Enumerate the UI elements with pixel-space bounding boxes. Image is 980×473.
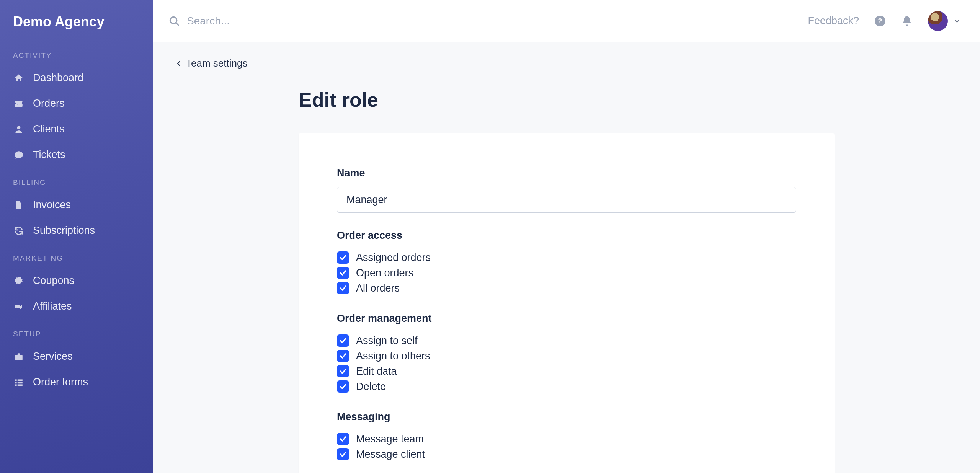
checkbox[interactable] bbox=[337, 267, 349, 279]
nav-invoices[interactable]: Invoices bbox=[0, 192, 153, 218]
content: Team settings Edit role Name Order acces… bbox=[153, 42, 980, 473]
role-name-input[interactable] bbox=[337, 187, 796, 213]
feedback-link[interactable]: Feedback? bbox=[808, 15, 859, 27]
nav-order-forms[interactable]: Order forms bbox=[0, 369, 153, 395]
nav-item-label: Tickets bbox=[33, 149, 65, 161]
user-icon bbox=[13, 124, 24, 135]
permission-label: Open orders bbox=[356, 267, 413, 279]
permission-label: Message team bbox=[356, 433, 424, 445]
nav-affiliates[interactable]: Affiliates bbox=[0, 294, 153, 319]
checkbox[interactable] bbox=[337, 282, 349, 294]
help-icon[interactable]: ? bbox=[874, 15, 886, 27]
permission-item: Delete bbox=[337, 379, 796, 394]
permission-item: Open orders bbox=[337, 265, 796, 281]
permission-section-heading: Order access bbox=[337, 230, 796, 241]
nav-section-label: MARKETING bbox=[0, 243, 153, 268]
nav-section-label: ACTIVITY bbox=[0, 41, 153, 65]
bell-icon[interactable] bbox=[901, 15, 913, 27]
chevron-left-icon bbox=[175, 60, 182, 67]
nav-tickets[interactable]: Tickets bbox=[0, 142, 153, 168]
svg-text:?: ? bbox=[878, 17, 882, 25]
nav-item-label: Orders bbox=[33, 98, 65, 109]
nav-subscriptions[interactable]: Subscriptions bbox=[0, 218, 153, 243]
permission-item: Assigned orders bbox=[337, 250, 796, 265]
breadcrumb-back[interactable]: Team settings bbox=[175, 57, 953, 69]
nav-dashboard[interactable]: Dashboard bbox=[0, 65, 153, 91]
brand-title: Demo Agency bbox=[0, 14, 153, 41]
permission-label: Message client bbox=[356, 449, 425, 460]
nav-orders[interactable]: Orders bbox=[0, 91, 153, 116]
page-title: Edit role bbox=[299, 88, 953, 111]
permission-section-heading: Order management bbox=[337, 313, 796, 325]
permission-label: Edit data bbox=[356, 365, 397, 377]
inbox-icon bbox=[13, 98, 24, 109]
list-icon bbox=[13, 377, 24, 388]
svg-rect-1 bbox=[15, 355, 23, 360]
permission-item: All orders bbox=[337, 281, 796, 296]
checkbox[interactable] bbox=[337, 448, 349, 460]
nav-item-label: Order forms bbox=[33, 376, 88, 388]
avatar bbox=[928, 11, 948, 31]
user-menu[interactable] bbox=[928, 11, 961, 31]
checkbox[interactable] bbox=[337, 365, 349, 377]
svg-rect-3 bbox=[18, 379, 23, 381]
svg-rect-2 bbox=[15, 379, 16, 381]
sidebar-nav: ACTIVITYDashboardOrdersClientsTicketsBIL… bbox=[0, 41, 153, 395]
permission-label: Assigned orders bbox=[356, 252, 431, 264]
nav-item-label: Services bbox=[33, 351, 73, 362]
permission-item: Message client bbox=[337, 447, 796, 462]
search-icon bbox=[168, 15, 180, 27]
edit-role-card: Name Order accessAssigned ordersOpen ord… bbox=[299, 133, 835, 473]
nav-clients[interactable]: Clients bbox=[0, 116, 153, 142]
nav-item-label: Dashboard bbox=[33, 72, 83, 84]
main: Feedback? ? Team settings Edit role Name bbox=[153, 0, 980, 473]
permission-item: Assign to self bbox=[337, 333, 796, 348]
nav-services[interactable]: Services bbox=[0, 344, 153, 369]
svg-point-0 bbox=[17, 126, 21, 129]
nav-section-label: SETUP bbox=[0, 319, 153, 344]
svg-rect-6 bbox=[15, 384, 16, 386]
nav-item-label: Affiliates bbox=[33, 300, 72, 312]
nav-item-label: Subscriptions bbox=[33, 225, 95, 236]
header-right: Feedback? ? bbox=[808, 11, 961, 31]
sidebar: Demo Agency ACTIVITYDashboardOrdersClien… bbox=[0, 0, 153, 473]
permission-label: Delete bbox=[356, 381, 386, 393]
permission-item: Edit data bbox=[337, 364, 796, 379]
checkbox[interactable] bbox=[337, 380, 349, 393]
svg-rect-7 bbox=[18, 384, 23, 386]
permission-label: Assign to self bbox=[356, 335, 418, 347]
search-wrap bbox=[168, 15, 797, 27]
svg-rect-4 bbox=[15, 382, 16, 383]
nav-item-label: Coupons bbox=[33, 275, 74, 287]
nav-item-label: Clients bbox=[33, 123, 65, 135]
nav-section-label: BILLING bbox=[0, 168, 153, 192]
nav-coupons[interactable]: Coupons bbox=[0, 268, 153, 294]
header: Feedback? ? bbox=[153, 0, 980, 42]
svg-rect-5 bbox=[18, 382, 23, 383]
chat-icon bbox=[13, 149, 24, 161]
home-icon bbox=[13, 72, 24, 84]
badge-icon bbox=[13, 275, 24, 287]
checkbox[interactable] bbox=[337, 433, 349, 445]
checkbox[interactable] bbox=[337, 251, 349, 264]
permission-item: Message team bbox=[337, 431, 796, 447]
name-label: Name bbox=[337, 167, 796, 179]
permission-label: Assign to others bbox=[356, 350, 430, 362]
checkbox[interactable] bbox=[337, 334, 349, 347]
search-input[interactable] bbox=[187, 15, 797, 27]
permission-section-heading: Messaging bbox=[337, 411, 796, 423]
checkbox[interactable] bbox=[337, 350, 349, 362]
svg-line-9 bbox=[176, 23, 178, 25]
permission-label: All orders bbox=[356, 282, 400, 294]
handshake-icon bbox=[13, 301, 24, 312]
briefcase-icon bbox=[13, 351, 24, 362]
breadcrumb-label: Team settings bbox=[186, 57, 247, 69]
nav-item-label: Invoices bbox=[33, 199, 71, 211]
file-icon bbox=[13, 199, 24, 211]
refresh-icon bbox=[13, 225, 24, 236]
chevron-down-icon bbox=[953, 17, 961, 25]
permission-item: Assign to others bbox=[337, 348, 796, 364]
